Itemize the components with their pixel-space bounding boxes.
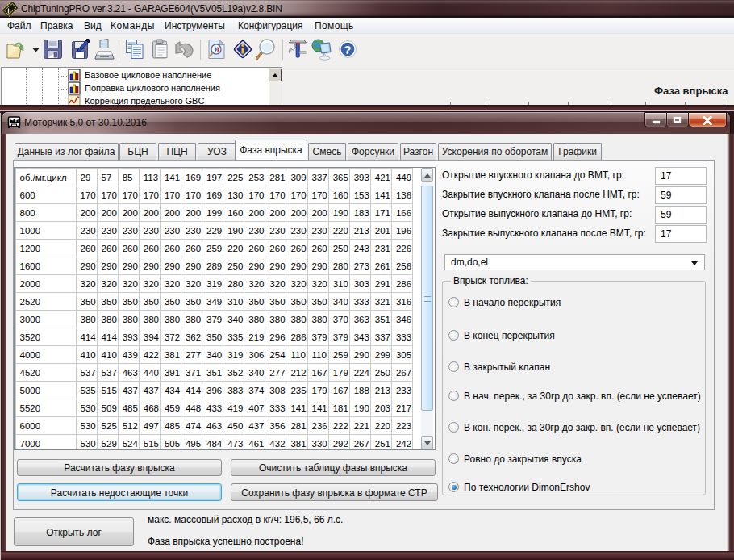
- svg-text:?: ?: [344, 44, 352, 56]
